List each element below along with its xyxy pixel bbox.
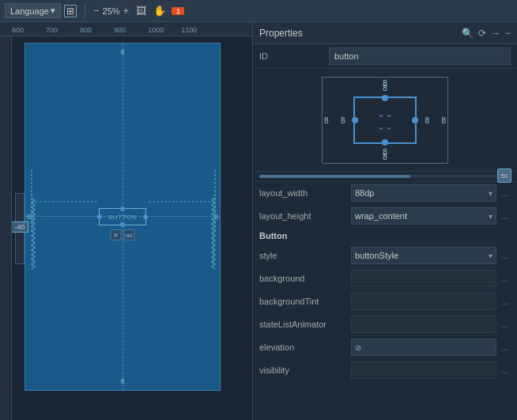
- slider-thumb-value: 50: [501, 172, 508, 180]
- zoom-in-button[interactable]: +: [123, 6, 130, 16]
- image-icon[interactable]: 🖼: [134, 4, 148, 18]
- inner-handle-bottom[interactable]: [382, 139, 388, 146]
- background-input[interactable]: [351, 270, 496, 287]
- phone-margin-left-label: 8: [27, 213, 31, 221]
- layout-height-row: layout_height wrap_content ▾ …: [253, 205, 517, 228]
- phone-margin-top-label: 8: [120, 48, 124, 56]
- style-label: style: [259, 251, 346, 260]
- style-more[interactable]: …: [500, 252, 511, 260]
- zoom-controls: − 25% +: [93, 6, 129, 16]
- background-row: background …: [253, 267, 517, 290]
- elevation-label: elevation: [259, 342, 346, 352]
- ruler-mark-700: 700: [46, 26, 58, 34]
- layout-width-select[interactable]: 88dp ▾: [351, 184, 496, 202]
- layout-height-more[interactable]: …: [500, 212, 511, 221]
- inner-handle-top[interactable]: [382, 95, 388, 101]
- button-action-icons: ✕ ab: [111, 229, 135, 240]
- properties-title: Properties: [259, 28, 303, 39]
- slider-track[interactable]: 50: [259, 175, 511, 178]
- visibility-input[interactable]: [351, 361, 496, 379]
- ruler-mark-600: 600: [12, 26, 24, 34]
- chevron-down-bottom: ⌄⌄: [377, 121, 393, 132]
- slider-row: 50: [253, 172, 517, 182]
- style-select-value: buttonStyle: [355, 251, 398, 260]
- handle-right[interactable]: [143, 214, 148, 219]
- section-button-label: Button: [259, 231, 287, 240]
- chevron-down-icon: ▾: [51, 6, 55, 16]
- background-more[interactable]: …: [500, 274, 511, 283]
- layout-height-dropdown-arrow: ▾: [489, 212, 492, 221]
- statelistanimator-label: stateListAnimator: [259, 320, 346, 329]
- canvas-area[interactable]: 8 8 8 8: [12, 36, 252, 420]
- style-row: style buttonStyle ▾ …: [253, 244, 517, 267]
- ruler-mark-1000: 1000: [148, 26, 164, 34]
- layout-width-select-value: 88dp: [355, 188, 374, 198]
- id-label: ID: [259, 51, 323, 61]
- layout-width-row: layout_width 88dp ▾ …: [253, 182, 517, 205]
- ruler-mark-900: 900: [114, 26, 126, 34]
- visibility-value: …: [351, 361, 511, 379]
- properties-content: ID 8 8 8 8: [253, 44, 517, 420]
- inner-handle-left[interactable]: [352, 117, 358, 123]
- vertical-slider-track[interactable]: -40: [15, 193, 25, 264]
- divider: [85, 4, 85, 18]
- layout-width-dropdown-arrow: ▾: [489, 189, 492, 198]
- slider-value: -40: [14, 223, 25, 231]
- elevation-row: elevation ⊘ …: [253, 336, 517, 359]
- layout-height-select[interactable]: wrap_content ▾: [351, 207, 496, 225]
- statelistanimator-more[interactable]: …: [500, 320, 511, 329]
- phone-frame: 8 8 8 8: [25, 43, 221, 391]
- slider-thumb[interactable]: 50: [497, 168, 511, 183]
- style-dropdown-arrow: ▾: [489, 252, 492, 260]
- ui-button[interactable]: BUTTON: [99, 208, 146, 225]
- properties-header: Properties 🔍 ⟳ → −: [253, 22, 517, 44]
- id-input[interactable]: [329, 47, 511, 65]
- elevation-value: ⊘ …: [351, 339, 511, 356]
- canvas-row: 8 8 8 8: [0, 36, 252, 420]
- hand-icon[interactable]: ✋: [153, 4, 167, 18]
- ruler-vertical: [0, 36, 12, 420]
- statelistanimator-row: stateListAnimator …: [253, 313, 517, 336]
- phone-margin-right-label: 8: [214, 213, 218, 221]
- backgroundtint-more[interactable]: …: [500, 297, 511, 306]
- button-section-header: Button: [253, 228, 517, 244]
- search-icon[interactable]: 🔍: [462, 28, 474, 39]
- layout-width-more[interactable]: …: [500, 189, 511, 198]
- vertical-slider-thumb[interactable]: -40: [12, 221, 28, 233]
- language-button[interactable]: Language ▾: [5, 3, 61, 18]
- refresh-icon[interactable]: ⟳: [478, 28, 486, 39]
- delete-icon[interactable]: ✕: [111, 229, 122, 240]
- inner-handle-right[interactable]: [412, 117, 418, 123]
- layout-toggle-button[interactable]: ⊞: [64, 5, 77, 17]
- backgroundtint-label: backgroundTint: [259, 297, 346, 306]
- arrow-icon[interactable]: →: [491, 28, 500, 39]
- elevation-icon: ⊘: [352, 343, 364, 352]
- collapse-icon[interactable]: −: [505, 28, 511, 39]
- ruler-mark-800: 800: [80, 26, 92, 34]
- slider-fill: [259, 175, 410, 178]
- button-text: BUTTON: [108, 214, 137, 221]
- layout-icon: ⊞: [66, 6, 74, 17]
- right-panel: Properties 🔍 ⟳ → − ID 8 8 8 8: [253, 22, 517, 420]
- handle-bottom[interactable]: [120, 222, 125, 227]
- ruler-mark-1100: 1100: [181, 26, 197, 34]
- zoom-out-button[interactable]: −: [93, 6, 100, 16]
- margin-outer-box: 8 8 8 8 ⌄⌄ ⌄⌄: [322, 77, 448, 164]
- handle-top[interactable]: [120, 206, 125, 211]
- error-badge[interactable]: 1: [172, 7, 184, 15]
- style-select[interactable]: buttonStyle ▾: [351, 247, 496, 264]
- phone-margin-bottom-label: 8: [120, 377, 124, 385]
- layout-height-value: wrap_content ▾ …: [351, 207, 511, 225]
- elevation-input-wrap[interactable]: ⊘: [351, 339, 496, 356]
- zoom-value: 25%: [103, 6, 120, 16]
- edit-text-icon[interactable]: ab: [124, 229, 135, 240]
- visibility-more[interactable]: …: [500, 366, 511, 375]
- backgroundtint-input[interactable]: [351, 293, 496, 310]
- toolbar-icons: 🖼 ✋ 1: [134, 4, 184, 18]
- inner-margin-top: 8: [383, 84, 387, 93]
- margin-diagram: 8 8 8 8 ⌄⌄ ⌄⌄: [253, 69, 517, 172]
- outer-margin-right: 8: [441, 115, 446, 124]
- statelistanimator-input[interactable]: [351, 316, 496, 333]
- handle-left[interactable]: [97, 214, 102, 219]
- elevation-more[interactable]: …: [500, 343, 511, 352]
